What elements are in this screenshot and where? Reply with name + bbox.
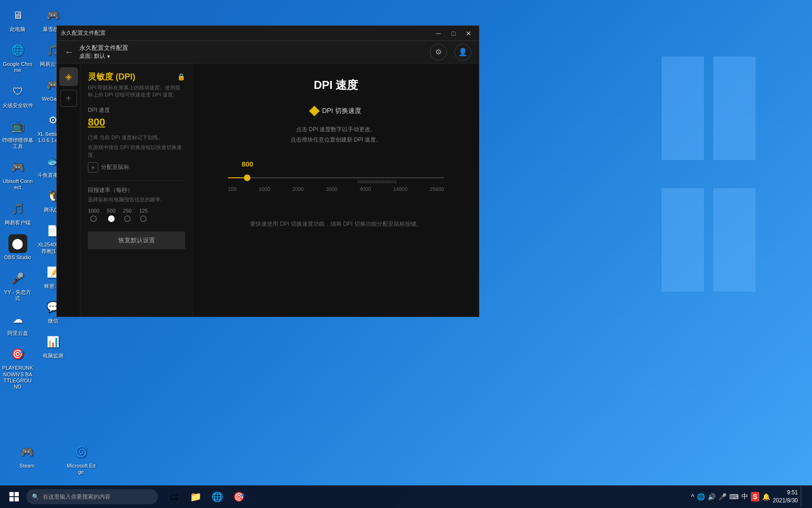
polling-radio-500[interactable] bbox=[108, 215, 115, 222]
desktop-icons-col1: 🖥 此电脑 🌐 Google Chrome 🛡 火绒安全软件 📺 哔哩哔哩弹幕工… bbox=[0, 2, 35, 395]
scale-label-4000: 4000 bbox=[359, 186, 371, 192]
assign-label: 分配至鼠标 bbox=[101, 163, 129, 171]
back-button[interactable]: ← bbox=[64, 47, 74, 57]
dpi-slider-thumb[interactable] bbox=[244, 175, 250, 181]
svg-rect-3 bbox=[15, 497, 19, 501]
scale-label-25600: 25600 bbox=[429, 186, 444, 192]
scale-label-1000: 1000 bbox=[258, 186, 270, 192]
desktop-icon-pcmonitor[interactable]: 📊 电脑监测 bbox=[35, 329, 70, 363]
fileexplorer-button[interactable]: 📁 bbox=[185, 486, 206, 507]
settings-button[interactable]: ⚙ bbox=[430, 44, 447, 61]
keyboard-icon: ⌨ bbox=[729, 493, 739, 500]
scale-label-100: 100 bbox=[228, 186, 236, 192]
window-title: 永久配置文件配置 bbox=[61, 29, 106, 37]
input-icon: 中 bbox=[742, 492, 748, 501]
title-bar-controls: ─ □ ✕ bbox=[432, 28, 475, 39]
polling-value-500: 500 bbox=[107, 208, 115, 214]
system-tray: ^ 🌐 🔊 🎤 ⌨ 中 S 🔔 bbox=[691, 492, 770, 501]
dpi-switch-badge: DPI 切换速度 bbox=[311, 107, 361, 115]
network-icon: 🌐 bbox=[697, 493, 705, 500]
tick-marks-right: |||||||||||||||||||||||||||||||||||||||| bbox=[358, 179, 397, 183]
settings-panel: 灵敏度 (DPI) 🔒 DPI 即鼠标在屏幕上的移动速度。使用鼠标上的 DPI … bbox=[80, 64, 193, 317]
assign-button[interactable]: + 分配至鼠标 bbox=[88, 162, 185, 173]
sensitivity-icon: ◈ bbox=[65, 71, 72, 82]
assign-icon: + bbox=[88, 162, 98, 173]
polling-radio-125[interactable] bbox=[140, 215, 147, 222]
polling-value-250: 250 bbox=[123, 208, 132, 214]
s-badge: S bbox=[751, 492, 759, 501]
app-header: ← 永久配置文件配置 桌面: 默认 ▾ ⚙ 👤 bbox=[57, 41, 479, 64]
desktop-icon-bilibili[interactable]: 📺 哔哩哔哩弹幕工具 bbox=[0, 113, 35, 153]
subtitle-text: 桌面: 默认 bbox=[79, 52, 105, 60]
show-desktop-button[interactable] bbox=[801, 486, 804, 507]
desktop-icon-alicloud[interactable]: ☁ 阿里云盘 bbox=[0, 306, 35, 340]
taskbar-clock: 9:51 2021/8/30 bbox=[773, 489, 798, 505]
lock-icon: 🔒 bbox=[177, 73, 185, 80]
polling-radio-250[interactable] bbox=[124, 215, 131, 222]
header-right: ⚙ 👤 bbox=[430, 44, 471, 61]
chrome-taskbar-button[interactable]: 🌐 bbox=[207, 486, 227, 507]
taskview-button[interactable]: 🗂 bbox=[164, 486, 184, 507]
taskbar-right: ^ 🌐 🔊 🎤 ⌨ 中 S 🔔 9:51 2021/8/30 bbox=[691, 486, 808, 507]
svg-rect-1 bbox=[15, 492, 19, 496]
diamond-icon bbox=[309, 106, 320, 117]
desktop-icon-msedge[interactable]: 🌀 Microsoft Edge bbox=[63, 439, 99, 479]
desktop-icon-steam[interactable]: 🎮 Steam bbox=[9, 439, 45, 479]
app-header-left: ← 永久配置文件配置 桌面: 默认 ▾ bbox=[64, 44, 128, 60]
desktop-icon-huorong[interactable]: 🛡 火绒安全软件 bbox=[0, 79, 35, 112]
restore-defaults-button[interactable]: 恢复默认设置 bbox=[88, 231, 185, 249]
desktop-icon-diannao[interactable]: 🖥 此电脑 bbox=[0, 2, 35, 36]
dpi-scale-labels: 100 1000 2000 3000 4000 14800 25600 bbox=[228, 186, 444, 192]
dpi-section-label: DPI 速度 bbox=[88, 106, 185, 114]
panel-note2: 在游戏中按住 DPI 切换按钮以快速切换速度。 bbox=[88, 144, 185, 159]
nav-item-sensitivity[interactable]: ◈ bbox=[59, 67, 78, 86]
nav-add-button[interactable]: + bbox=[60, 90, 77, 107]
svg-rect-0 bbox=[9, 492, 14, 496]
app-body: ◈ + 灵敏度 (DPI) 🔒 DPI 即鼠标在屏幕上的移动速度。使用鼠标上的 … bbox=[57, 64, 479, 317]
polling-option-125[interactable]: 125 bbox=[139, 208, 148, 222]
dpi-value-display[interactable]: 800 bbox=[88, 116, 185, 128]
taskbar-search[interactable]: 🔍 在这里输入你要搜索的内容 bbox=[26, 489, 158, 504]
header-subtitle: 桌面: 默认 ▾ bbox=[79, 52, 128, 60]
profile-button[interactable]: 👤 bbox=[454, 44, 471, 61]
desktop-icon-obs[interactable]: ⬤ OBS Studio bbox=[0, 230, 35, 264]
desktop-icon-yy[interactable]: 🎤 YY - 失恋方式 bbox=[0, 265, 35, 305]
aimlab-taskbar-button[interactable]: 🎯 bbox=[228, 486, 249, 507]
search-icon: 🔍 bbox=[32, 493, 39, 500]
folder-icon: 📁 bbox=[190, 491, 202, 502]
polling-option-250[interactable]: 250 bbox=[123, 208, 132, 222]
dropdown-chevron-icon[interactable]: ▾ bbox=[107, 53, 110, 60]
desktop-icon-wangyi-client[interactable]: 🎵 网易客户端 bbox=[0, 196, 35, 230]
win-pane-br bbox=[713, 188, 756, 292]
divider1 bbox=[88, 180, 185, 181]
start-button[interactable] bbox=[4, 486, 24, 507]
polling-option-1000[interactable]: 1000 bbox=[88, 208, 99, 222]
chevron-up-icon[interactable]: ^ bbox=[691, 493, 695, 500]
dpi-track[interactable]: |||||||||||||||||||||||||||||||||||||||| bbox=[228, 177, 444, 178]
desktop-icon-chrome[interactable]: 🌐 Google Chrome bbox=[0, 37, 35, 77]
desktop-icon-pubg[interactable]: 🎯 PLAYERUNKNOWN'S BATTLEGROUND bbox=[0, 341, 35, 394]
title-bar: 永久配置文件配置 ─ □ ✕ bbox=[57, 26, 479, 41]
panel-note1: 已将 当前 DPI 速度标记下划线。 bbox=[88, 134, 185, 141]
desktop-icon-ubisoft[interactable]: 🎮 Ubisoft Connect bbox=[0, 154, 35, 194]
win-pane-bl bbox=[662, 188, 704, 292]
scale-label-3000: 3000 bbox=[326, 186, 337, 192]
clock-time: 9:51 bbox=[773, 489, 798, 497]
chrome-taskbar-icon: 🌐 bbox=[211, 491, 223, 502]
polling-option-500[interactable]: 500 bbox=[107, 208, 115, 222]
panel-title-area: 灵敏度 (DPI) 🔒 bbox=[88, 71, 185, 82]
taskbar-apps: 🗂 📁 🌐 🎯 bbox=[164, 486, 249, 507]
windows-logo-decoration bbox=[662, 56, 756, 292]
clock-date: 2021/8/30 bbox=[773, 497, 798, 505]
polling-radio-1000[interactable] bbox=[90, 215, 97, 222]
polling-options: 1000 500 250 125 bbox=[88, 208, 185, 222]
sidebar-nav: ◈ + bbox=[57, 64, 80, 317]
close-button[interactable]: ✕ bbox=[462, 28, 475, 39]
win-pane-tr bbox=[713, 56, 756, 160]
maximize-button[interactable]: □ bbox=[447, 28, 460, 39]
polling-label: 回报速率（每秒） bbox=[88, 186, 185, 194]
minimize-button[interactable]: ─ bbox=[432, 28, 445, 39]
volume-icon: 🔊 bbox=[708, 493, 716, 500]
polling-description: 选择鼠标向电脑报告信息的频率。 bbox=[88, 196, 185, 203]
dpi-slider-track-wrap[interactable]: 800 ||||||||||||||||||||||||||||||||||||… bbox=[228, 173, 444, 183]
